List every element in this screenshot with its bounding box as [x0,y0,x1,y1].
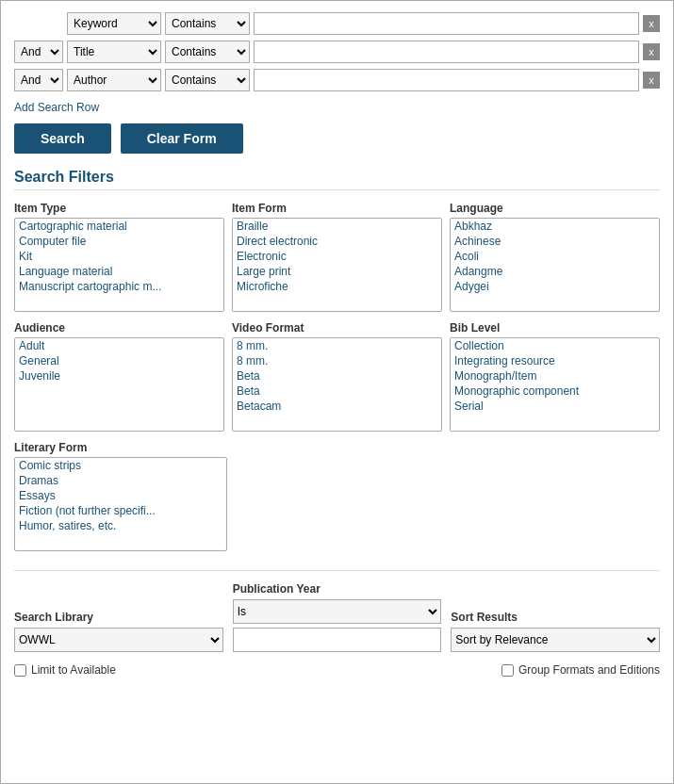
item-form-option[interactable]: Braille [233,219,441,234]
bib-level-option[interactable]: Collection [451,338,659,353]
remove-row-3-button[interactable]: x [643,72,660,89]
item-type-option[interactable]: Cartographic material [15,219,223,234]
search-row-2: And Or Not Keyword Title Author Subject … [14,41,660,63]
item-type-option[interactable]: Language material [15,264,223,279]
search-input-3[interactable] [254,69,639,91]
publication-year-field: Publication Year Is Is before Is after I… [233,582,442,652]
action-buttons: Search Clear Form [14,123,660,154]
bib-level-option[interactable]: Serial [451,399,659,414]
literary-form-label: Literary Form [14,441,227,454]
literary-form-option[interactable]: Comic strips [15,458,226,473]
bottom-selects-row: Search Library OWWL Publication Year Is … [14,582,660,652]
video-format-option[interactable]: 8 mm. [233,353,441,368]
field-select-3[interactable]: Keyword Title Author Subject Series Publ… [67,69,161,91]
sort-results-label: Sort Results [451,611,660,624]
bib-level-filter: Bib Level Collection Integrating resourc… [450,321,660,432]
language-label: Language [450,202,660,215]
search-input-1[interactable] [254,12,639,35]
bib-level-listbox[interactable]: Collection Integrating resource Monograp… [450,337,660,432]
item-form-filter: Item Form Braille Direct electronic Elec… [232,202,442,312]
search-filters-heading: Search Filters [14,169,660,190]
audience-option[interactable]: Adult [15,338,223,353]
search-row-1: Keyword Title Author Subject Series Publ… [14,12,660,35]
bool-select-3[interactable]: And Or Not [14,69,63,91]
literary-form-option[interactable]: Essays [15,488,226,503]
language-filter: Language Abkhaz Achinese Acoli Adangme A… [450,202,660,312]
literary-form-option[interactable]: Humor, satires, etc. [15,518,226,533]
audience-filter: Audience Adult General Juvenile [14,321,224,432]
item-type-option[interactable]: Computer file [15,234,223,249]
limit-to-available-text: Limit to Available [31,663,116,677]
sort-results-select[interactable]: Sort by Relevance Sort by Author Sort by… [451,628,660,652]
language-option[interactable]: Adangme [451,264,659,279]
publication-year-input[interactable] [233,628,442,652]
literary-form-option[interactable]: Dramas [15,473,226,488]
item-type-listbox[interactable]: Cartographic material Computer file Kit … [14,218,224,312]
audience-listbox[interactable]: Adult General Juvenile [14,337,224,432]
language-option[interactable]: Achinese [451,234,659,249]
group-formats-checkbox[interactable] [501,664,514,677]
item-type-label: Item Type [14,202,224,215]
bib-level-option[interactable]: Monographic component [451,384,659,399]
video-format-option[interactable]: Beta [233,368,441,384]
item-form-option[interactable]: Microfiche [233,279,441,294]
limit-to-available-checkbox[interactable] [14,664,26,677]
language-option[interactable]: Adygei [451,279,659,294]
language-option[interactable]: Abkhaz [451,219,659,234]
video-format-option[interactable]: Beta [233,384,441,399]
search-library-select[interactable]: OWWL [14,628,223,652]
literary-form-option[interactable]: Fiction (not further specifi... [15,503,226,518]
video-format-option[interactable]: 8 mm. [233,338,441,353]
filter-row-bottom: Literary Form Comic strips Dramas Essays… [14,441,660,551]
clear-form-button[interactable]: Clear Form [121,123,243,154]
item-form-option[interactable]: Large print [233,264,441,279]
search-row-3: And Or Not Keyword Title Author Subject … [14,69,660,91]
bottom-controls: Search Library OWWL Publication Year Is … [14,570,660,677]
item-form-listbox[interactable]: Braille Direct electronic Electronic Lar… [232,218,442,312]
contains-select-3[interactable]: Contains Does not contain Starts with Is… [165,69,250,91]
video-format-filter: Video Format 8 mm. 8 mm. Beta Beta Betac… [232,321,442,432]
item-type-filter: Item Type Cartographic material Computer… [14,202,224,312]
filter-row-mid: Audience Adult General Juvenile Video Fo… [14,321,660,432]
group-formats-label[interactable]: Group Formats and Editions [501,663,660,677]
bool-select-2[interactable]: And Or Not [14,41,63,63]
audience-label: Audience [14,321,224,335]
search-library-field: Search Library OWWL [14,611,223,652]
audience-option[interactable]: Juvenile [15,368,223,384]
bib-level-label: Bib Level [450,321,660,335]
language-listbox[interactable]: Abkhaz Achinese Acoli Adangme Adygei [450,218,660,312]
checkboxes-row: Limit to Available Group Formats and Edi… [14,663,660,677]
search-library-label: Search Library [14,611,223,624]
remove-row-2-button[interactable]: x [643,43,660,60]
video-format-listbox[interactable]: 8 mm. 8 mm. Beta Beta Betacam [232,337,442,432]
filter-row-top: Item Type Cartographic material Computer… [14,202,660,312]
bib-level-option[interactable]: Monograph/Item [451,368,659,384]
item-type-option[interactable]: Manuscript cartographic m... [15,279,223,294]
add-search-row-link[interactable]: Add Search Row [14,101,99,114]
language-option[interactable]: Acoli [451,249,659,264]
item-form-option[interactable]: Direct electronic [233,234,441,249]
publication-year-select[interactable]: Is Is before Is after Is between [233,599,442,624]
contains-select-2[interactable]: Contains Does not contain Starts with Is… [165,41,250,63]
literary-form-filter: Literary Form Comic strips Dramas Essays… [14,441,227,551]
video-format-option[interactable]: Betacam [233,399,441,414]
literary-form-listbox[interactable]: Comic strips Dramas Essays Fiction (not … [14,457,227,551]
field-select-1[interactable]: Keyword Title Author Subject Series Publ… [67,12,161,35]
bib-level-option[interactable]: Integrating resource [451,353,659,368]
limit-to-available-label[interactable]: Limit to Available [14,663,116,677]
item-form-option[interactable]: Electronic [233,249,441,264]
group-formats-text: Group Formats and Editions [518,663,660,677]
search-input-2[interactable] [254,41,639,63]
sort-results-field: Sort Results Sort by Relevance Sort by A… [451,611,660,652]
video-format-label: Video Format [232,321,442,335]
contains-select-1[interactable]: Contains Does not contain Starts with Is… [165,12,250,35]
audience-option[interactable]: General [15,353,223,368]
item-form-label: Item Form [232,202,442,215]
field-select-2[interactable]: Keyword Title Author Subject Series Publ… [67,41,161,63]
remove-row-1-button[interactable]: x [643,15,660,32]
search-rows-container: Keyword Title Author Subject Series Publ… [14,12,660,91]
search-button[interactable]: Search [14,123,111,154]
publication-year-label: Publication Year [233,582,442,596]
item-type-option[interactable]: Kit [15,249,223,264]
